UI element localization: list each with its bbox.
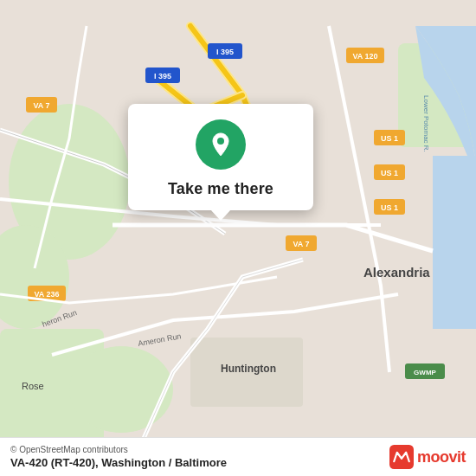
svg-text:US 1: US 1 [381, 134, 398, 143]
svg-point-4 [69, 346, 173, 433]
bottom-bar: © OpenStreetMap contributors VA-420 (RT-… [0, 437, 476, 476]
svg-rect-6 [433, 156, 476, 329]
attribution-text: © OpenStreetMap contributors [10, 445, 227, 454]
svg-text:VA 7: VA 7 [33, 101, 49, 110]
svg-text:VA 236: VA 236 [34, 290, 59, 299]
svg-text:US 1: US 1 [381, 169, 398, 177]
svg-text:VA 7: VA 7 [293, 240, 309, 248]
take-me-there-button[interactable]: Take me there [168, 180, 273, 198]
popup-card: Take me there [128, 104, 313, 210]
map-background: I 395 I 395 VA 7 VA 120 US 1 US 1 US 1 V… [0, 0, 476, 476]
svg-text:GWMP: GWMP [414, 369, 436, 376]
location-pin-icon [196, 119, 246, 170]
moovit-brand-text: moovit [417, 448, 466, 466]
svg-text:I 395: I 395 [154, 72, 171, 80]
svg-text:Huntington: Huntington [221, 363, 276, 375]
svg-text:Rose: Rose [22, 381, 44, 391]
svg-point-34 [217, 138, 224, 145]
bottom-info: © OpenStreetMap contributors VA-420 (RT-… [10, 445, 227, 469]
map-container: I 395 I 395 VA 7 VA 120 US 1 US 1 US 1 V… [0, 0, 476, 476]
moovit-icon [389, 445, 414, 469]
svg-text:Alexandria: Alexandria [363, 265, 430, 280]
moovit-logo: moovit [389, 445, 466, 469]
route-title: VA-420 (RT-420), Washington / Baltimore [10, 456, 227, 469]
svg-text:I 395: I 395 [216, 48, 234, 56]
svg-text:US 1: US 1 [381, 203, 398, 212]
svg-text:VA 120: VA 120 [352, 52, 377, 61]
svg-text:Lower Potomac R.: Lower Potomac R. [422, 95, 430, 152]
